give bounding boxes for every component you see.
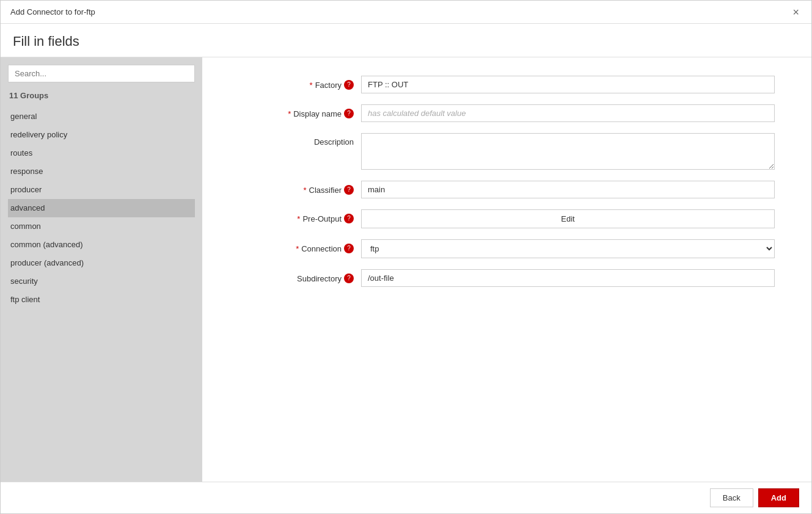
subdirectory-label-text: Subdirectory	[297, 274, 342, 283]
factory-input[interactable]	[361, 76, 775, 93]
connection-label: * Connection ?	[239, 239, 361, 253]
subdirectory-control-wrap	[361, 269, 775, 287]
form-area: * Factory ? * Display name ?	[202, 57, 811, 482]
content-area: 11 Groups general redelivery policy rout…	[1, 57, 811, 482]
back-button[interactable]: Back	[710, 488, 753, 507]
display-name-row: * Display name ?	[239, 104, 775, 122]
subdirectory-input[interactable]	[361, 269, 775, 287]
factory-required-star: *	[310, 81, 313, 90]
close-button[interactable]: ×	[790, 5, 802, 19]
groups-label: 11 Groups	[8, 89, 195, 103]
dialog-footer: Back Add	[1, 482, 811, 513]
pre-output-row: * Pre-Output ? Edit	[239, 209, 775, 228]
display-name-input[interactable]	[361, 104, 775, 122]
sidebar-item-producer-advanced[interactable]: producer (advanced)	[8, 254, 195, 272]
connection-required-star: *	[296, 244, 299, 253]
sidebar-item-routes[interactable]: routes	[8, 144, 195, 162]
classifier-label-text: Classifier	[309, 186, 342, 195]
subdirectory-row: Subdirectory ?	[239, 269, 775, 287]
pre-output-label-text: Pre-Output	[302, 214, 342, 223]
sidebar: 11 Groups general redelivery policy rout…	[1, 57, 202, 482]
classifier-label: * Classifier ?	[239, 181, 361, 195]
search-input[interactable]	[8, 65, 195, 82]
dialog: Add Connector to for-ftp × Fill in field…	[0, 0, 812, 514]
connection-label-text: Connection	[301, 244, 342, 253]
connection-select[interactable]: ftp	[361, 239, 775, 258]
description-label-text: Description	[314, 137, 354, 147]
sidebar-item-advanced[interactable]: advanced	[8, 199, 195, 217]
factory-label: * Factory ?	[239, 76, 361, 90]
pre-output-help-icon[interactable]: ?	[344, 214, 354, 223]
dialog-title: Add Connector to for-ftp	[10, 7, 95, 16]
factory-control-wrap	[361, 76, 775, 93]
connection-row: * Connection ? ftp	[239, 239, 775, 258]
sidebar-item-common-advanced[interactable]: common (advanced)	[8, 236, 195, 254]
display-name-label: * Display name ?	[239, 104, 361, 118]
sidebar-item-general[interactable]: general	[8, 107, 195, 126]
connection-help-icon[interactable]: ?	[344, 244, 354, 253]
connection-control-wrap: ftp	[361, 239, 775, 258]
display-name-help-icon[interactable]: ?	[344, 109, 354, 118]
page-heading: Fill in fields	[1, 24, 811, 57]
display-name-required-star: *	[288, 109, 291, 118]
dialog-header: Add Connector to for-ftp ×	[1, 1, 811, 24]
classifier-row: * Classifier ?	[239, 181, 775, 198]
sidebar-item-security[interactable]: security	[8, 272, 195, 291]
add-button[interactable]: Add	[758, 488, 799, 507]
subdirectory-label: Subdirectory ?	[239, 269, 361, 283]
description-row: Description	[239, 133, 775, 170]
pre-output-required-star: *	[297, 214, 300, 223]
classifier-required-star: *	[303, 186, 306, 195]
pre-output-control-wrap: Edit	[361, 209, 775, 228]
sidebar-item-ftp-client[interactable]: ftp client	[8, 291, 195, 309]
description-textarea[interactable]	[361, 133, 775, 170]
display-name-control-wrap	[361, 104, 775, 122]
subdirectory-help-icon[interactable]: ?	[344, 273, 354, 283]
sidebar-item-response[interactable]: response	[8, 162, 195, 181]
factory-label-text: Factory	[315, 81, 342, 90]
pre-output-label: * Pre-Output ?	[239, 209, 361, 223]
sidebar-item-common[interactable]: common	[8, 217, 195, 236]
factory-row: * Factory ?	[239, 76, 775, 93]
sidebar-item-redelivery-policy[interactable]: redelivery policy	[8, 126, 195, 144]
pre-output-edit-button[interactable]: Edit	[361, 209, 775, 228]
factory-help-icon[interactable]: ?	[344, 80, 354, 90]
sidebar-item-producer[interactable]: producer	[8, 181, 195, 199]
description-label: Description	[239, 133, 361, 147]
classifier-input[interactable]	[361, 181, 775, 198]
display-name-label-text: Display name	[293, 109, 342, 118]
classifier-help-icon[interactable]: ?	[344, 185, 354, 195]
description-control-wrap	[361, 133, 775, 170]
classifier-control-wrap	[361, 181, 775, 198]
